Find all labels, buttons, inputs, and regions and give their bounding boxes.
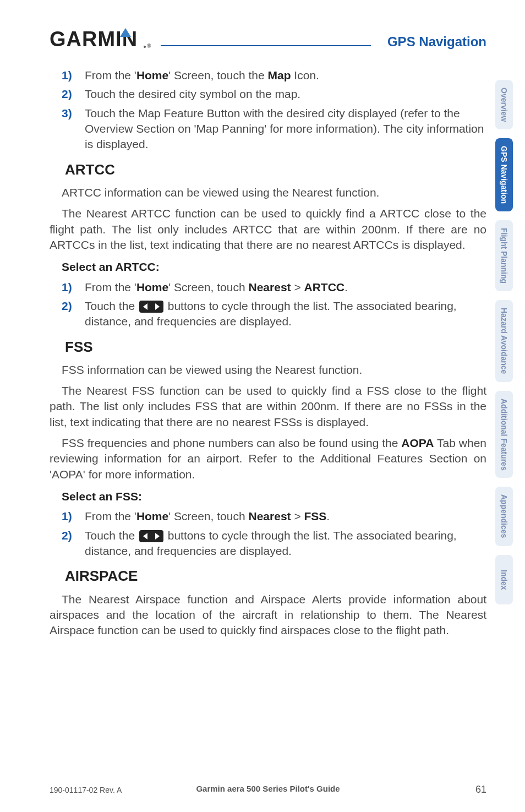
logo-dot-icon [144,46,146,48]
step-number: 2) [62,528,85,559]
tab-appendices[interactable]: Appendices [495,487,513,546]
trademark-icon: ® [147,43,151,49]
page-content: 1) From the 'Home' Screen, touch the Map… [50,68,486,639]
tab-hazard-avoidance[interactable]: Hazard Avoidance [495,300,513,382]
step-text: Touch the Map Feature Button with the de… [85,106,486,152]
page-footer: 190-01117-02 Rev. A Garmin aera 500 Seri… [50,784,486,795]
step-item: 1) From the 'Home' Screen, touch the Map… [50,68,486,83]
section-title: GPS Navigation [387,34,486,50]
step-item: 1) From the 'Home' Screen, touch Nearest… [50,280,486,295]
footer-revision: 190-01117-02 Rev. A [50,786,122,794]
step-number: 2) [62,86,85,102]
tab-flight-planning[interactable]: Flight Planning [495,220,513,291]
step-text: From the 'Home' Screen, touch Nearest > … [85,509,486,524]
step-item: 1) From the 'Home' Screen, touch Nearest… [50,509,486,524]
step-number: 1) [62,68,85,83]
paragraph: The Nearest ARTCC function can be used t… [50,206,486,253]
heading-select-fss: Select an FSS: [62,489,486,504]
heading-airspace: AIRSPACE [65,566,486,586]
logo-triangle-icon [120,28,131,37]
step-text: From the 'Home' Screen, touch the Map Ic… [85,68,486,83]
step-item: 2) Touch the buttons to cycle through th… [50,528,486,559]
side-tabs: Overview GPS Navigation Flight Planning … [495,80,513,604]
step-text: Touch the desired city symbol on the map… [85,86,486,102]
prev-next-icon [139,530,163,542]
step-text: From the 'Home' Screen, touch Nearest > … [85,280,486,295]
garmin-logo: GARMIN ® [50,28,151,51]
step-item: 3) Touch the Map Feature Button with the… [50,106,486,152]
page-header: GARMIN ® GPS Navigation [50,28,486,51]
step-text: Touch the buttons to cycle through the l… [85,528,486,559]
step-text: Touch the buttons to cycle through the l… [85,298,486,330]
prev-next-icon [139,301,163,313]
page-number: 61 [475,784,486,795]
heading-select-artcc: Select an ARTCC: [62,259,486,275]
step-number: 1) [62,509,85,524]
tab-index[interactable]: Index [495,555,513,604]
step-number: 1) [62,280,85,295]
steps-artcc: 1) From the 'Home' Screen, touch Nearest… [50,280,486,330]
step-item: 2) Touch the desired city symbol on the … [50,86,486,102]
step-number: 3) [62,106,85,152]
header-rule [161,32,370,46]
paragraph: ARTCC information can be viewed using th… [50,185,486,200]
footer-guide-title: Garmin aera 500 Series Pilot's Guide [196,784,340,793]
step-item: 2) Touch the buttons to cycle through th… [50,298,486,330]
tab-gps-navigation[interactable]: GPS Navigation [495,138,513,211]
paragraph: FSS information can be viewed using the … [50,362,486,378]
tab-overview[interactable]: Overview [495,80,513,129]
steps-city: 1) From the 'Home' Screen, touch the Map… [50,68,486,152]
heading-fss: FSS [65,337,486,357]
paragraph: The Nearest FSS function can be used to … [50,383,486,430]
paragraph: The Nearest Airspace function and Airspa… [50,592,486,639]
paragraph: FSS frequencies and phone numbers can al… [50,435,486,482]
tab-additional-features[interactable]: Additional Features [495,391,513,478]
steps-fss: 1) From the 'Home' Screen, touch Nearest… [50,509,486,559]
step-number: 2) [62,298,85,330]
heading-artcc: ARTCC [65,160,486,179]
